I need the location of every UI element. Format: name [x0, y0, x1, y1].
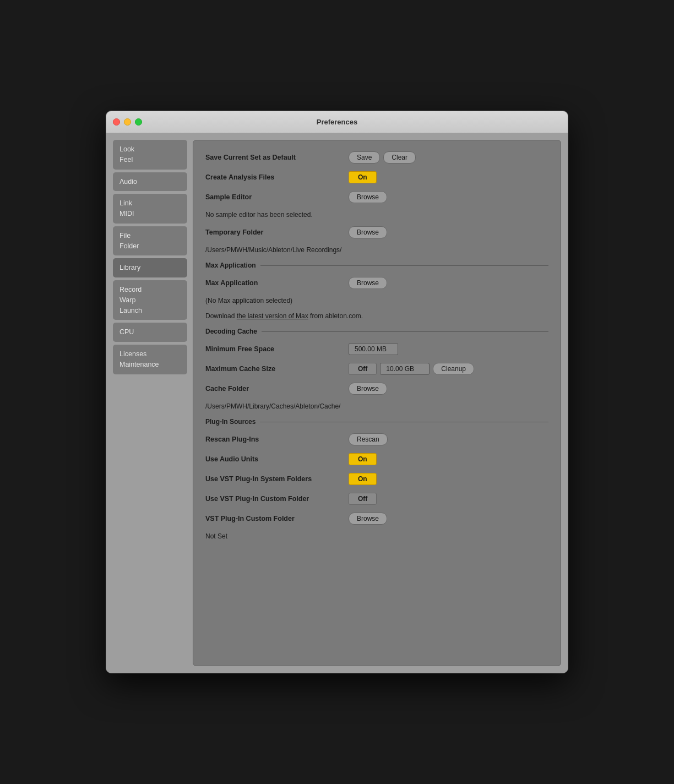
max-application-divider: [260, 265, 548, 266]
max-app-browse-button[interactable]: Browse: [349, 277, 387, 289]
max-app-controls: Browse: [349, 277, 387, 289]
sidebar-item-licenses-maintenance[interactable]: Licenses Maintenance: [113, 345, 187, 374]
temp-folder-path: /Users/PMWH/Music/Ableton/Live Recording…: [205, 246, 548, 254]
cache-folder-label: Cache Folder: [205, 385, 349, 393]
sample-editor-label: Sample Editor: [205, 193, 349, 201]
decoding-cache-section: Decoding Cache: [205, 328, 548, 335]
rescan-plugins-label: Rescan Plug-Ins: [205, 435, 349, 443]
sidebar-item-look-feel[interactable]: Look Feel: [113, 140, 187, 170]
temp-folder-browse-button[interactable]: Browse: [349, 226, 387, 238]
vst-custom-folder-controls: Browse: [349, 513, 387, 525]
min-free-space-input[interactable]: 500.00 MB: [349, 343, 398, 355]
max-cache-size-label: Maximum Cache Size: [205, 365, 349, 373]
sample-editor-subtext: No sample editor has been selected.: [205, 211, 548, 219]
vst-custom-folder-label: VST Plug-In Custom Folder: [205, 515, 349, 522]
vst-system-row: Use VST Plug-In System Folders On: [205, 473, 548, 485]
min-free-space-row: Minimum Free Space 500.00 MB: [205, 343, 548, 355]
cache-folder-controls: Browse: [349, 383, 387, 395]
cleanup-button[interactable]: Cleanup: [433, 363, 474, 375]
max-cache-size-input[interactable]: 10.00 GB: [380, 363, 430, 375]
decoding-cache-divider: [262, 331, 548, 332]
vst-custom-label: Use VST Plug-In Custom Folder: [205, 495, 349, 503]
window-title: Preferences: [317, 118, 357, 126]
max-cache-size-controls: Off 10.00 GB Cleanup: [349, 363, 474, 375]
temp-folder-label: Temporary Folder: [205, 228, 349, 236]
max-application-section-label: Max Application: [205, 262, 256, 269]
plugin-sources-section-label: Plug-In Sources: [205, 418, 256, 426]
rescan-plugins-controls: Rescan: [349, 433, 388, 445]
vst-system-label: Use VST Plug-In System Folders: [205, 475, 349, 483]
titlebar: Preferences: [106, 111, 568, 133]
maximize-button[interactable]: [135, 118, 142, 126]
cache-folder-browse-button[interactable]: Browse: [349, 383, 387, 395]
create-analysis-label: Create Analysis Files: [205, 173, 349, 181]
create-analysis-row: Create Analysis Files On: [205, 171, 548, 183]
sidebar-item-audio[interactable]: Audio: [113, 172, 187, 192]
vst-custom-controls: Off: [349, 493, 377, 505]
rescan-plugins-row: Rescan Plug-Ins Rescan: [205, 433, 548, 445]
max-app-label: Max Application: [205, 279, 349, 287]
save-default-row: Save Current Set as Default Save Clear: [205, 151, 548, 164]
cache-folder-path: /Users/PMWH/Library/Caches/Ableton/Cache…: [205, 402, 548, 410]
vst-custom-folder-browse-button[interactable]: Browse: [349, 513, 387, 525]
max-application-section: Max Application: [205, 262, 548, 269]
audio-units-label: Use Audio Units: [205, 455, 349, 463]
audio-units-row: Use Audio Units On: [205, 453, 548, 465]
save-default-label: Save Current Set as Default: [205, 154, 349, 161]
vst-custom-folder-row: VST Plug-In Custom Folder Browse: [205, 513, 548, 525]
clear-button[interactable]: Clear: [383, 151, 416, 164]
vst-system-controls: On: [349, 473, 377, 485]
max-app-row: Max Application Browse: [205, 277, 548, 289]
decoding-cache-section-label: Decoding Cache: [205, 328, 257, 335]
vst-custom-toggle[interactable]: Off: [349, 493, 377, 505]
max-app-download-text: Download the latest version of Max from …: [205, 312, 548, 320]
sidebar-item-library[interactable]: Library: [113, 258, 187, 277]
sidebar-item-link-midi[interactable]: Link MIDI: [113, 194, 187, 224]
cache-folder-row: Cache Folder Browse: [205, 383, 548, 395]
traffic-lights: [113, 118, 142, 126]
min-free-space-label: Minimum Free Space: [205, 345, 349, 353]
audio-units-toggle[interactable]: On: [349, 453, 377, 465]
vst-system-toggle[interactable]: On: [349, 473, 377, 485]
min-free-space-controls: 500.00 MB: [349, 343, 398, 355]
plugin-sources-section: Plug-In Sources: [205, 418, 548, 426]
sidebar: Look Feel Audio Link MIDI File Folder Li…: [113, 140, 187, 666]
max-cache-toggle[interactable]: Off: [349, 363, 377, 375]
create-analysis-controls: On: [349, 171, 377, 183]
save-button[interactable]: Save: [349, 151, 380, 164]
temp-folder-controls: Browse: [349, 226, 387, 238]
max-cache-size-row: Maximum Cache Size Off 10.00 GB Cleanup: [205, 363, 548, 375]
plugin-sources-divider: [260, 422, 548, 422]
content-panel: Save Current Set as Default Save Clear C…: [193, 140, 561, 666]
vst-custom-folder-path: Not Set: [205, 532, 548, 540]
sample-editor-browse-button[interactable]: Browse: [349, 191, 387, 203]
rescan-button[interactable]: Rescan: [349, 433, 388, 445]
sidebar-item-cpu[interactable]: CPU: [113, 323, 187, 342]
sidebar-item-file-folder[interactable]: File Folder: [113, 226, 187, 256]
audio-units-controls: On: [349, 453, 377, 465]
vst-custom-row: Use VST Plug-In Custom Folder Off: [205, 493, 548, 505]
sample-editor-controls: Browse: [349, 191, 387, 203]
sample-editor-row: Sample Editor Browse: [205, 191, 548, 203]
max-app-subtext: (No Max application selected): [205, 297, 548, 304]
window-body: Look Feel Audio Link MIDI File Folder Li…: [106, 133, 568, 673]
minimize-button[interactable]: [124, 118, 131, 126]
temp-folder-row: Temporary Folder Browse: [205, 226, 548, 238]
preferences-window: Preferences Look Feel Audio Link MIDI Fi…: [106, 111, 568, 673]
create-analysis-toggle[interactable]: On: [349, 171, 377, 183]
sidebar-item-record-warp-launch[interactable]: Record Warp Launch: [113, 280, 187, 320]
save-default-controls: Save Clear: [349, 151, 416, 164]
close-button[interactable]: [113, 118, 120, 126]
max-download-link[interactable]: the latest version of Max: [237, 312, 308, 320]
